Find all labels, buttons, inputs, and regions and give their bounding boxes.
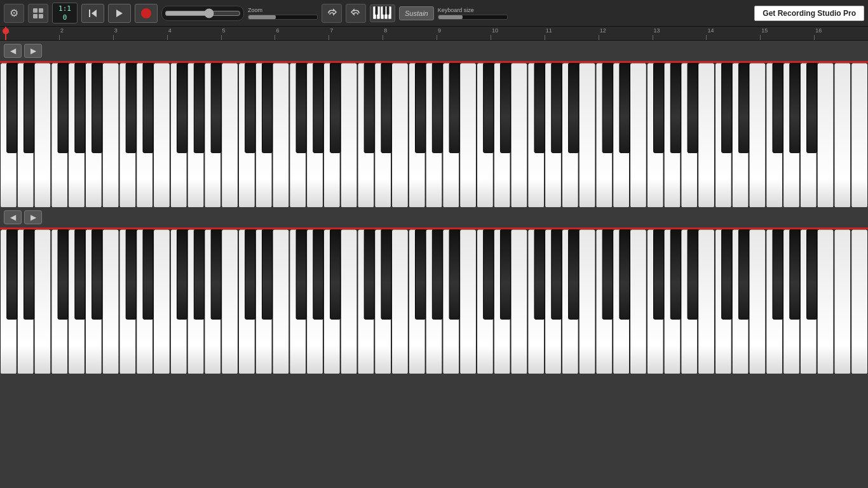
white-key-23[interactable] <box>392 229 409 374</box>
white-key-44[interactable] <box>749 229 766 374</box>
white-key-49[interactable] <box>834 63 851 207</box>
white-key-34[interactable] <box>579 229 595 374</box>
black-key-1-1[interactable] <box>143 63 153 152</box>
keyboard-size-bar[interactable] <box>438 15 508 20</box>
black-key-5-2[interactable] <box>654 63 664 152</box>
white-key-30[interactable] <box>511 63 527 207</box>
white-key-34[interactable] <box>579 63 595 207</box>
white-key-30[interactable] <box>511 229 527 374</box>
white-key-37[interactable] <box>630 63 647 207</box>
white-key-23[interactable] <box>392 63 409 207</box>
black-key-2-2[interactable] <box>296 229 306 319</box>
black-key-3-1[interactable] <box>381 229 391 319</box>
black-key-2-3[interactable] <box>313 63 323 152</box>
black-key-0-0[interactable] <box>7 63 17 152</box>
black-key-1-4[interactable] <box>211 63 221 152</box>
grid-view-button[interactable] <box>28 4 48 23</box>
black-key-0-2[interactable] <box>58 229 68 319</box>
white-key-13[interactable] <box>222 229 238 374</box>
white-key-50[interactable] <box>851 229 868 374</box>
black-key-0-4[interactable] <box>92 63 102 152</box>
black-key-2-0[interactable] <box>245 63 255 152</box>
piano-svg[interactable] <box>0 63 868 207</box>
white-key-41[interactable] <box>698 63 715 207</box>
white-key-16[interactable] <box>273 229 289 374</box>
black-key-5-0[interactable] <box>602 63 613 152</box>
black-key-6-1[interactable] <box>738 229 749 319</box>
piano-icon-button[interactable] <box>370 4 395 22</box>
black-key-2-2[interactable] <box>296 63 306 152</box>
black-key-5-1[interactable] <box>620 63 630 152</box>
black-key-4-4[interactable] <box>569 229 579 319</box>
black-key-6-3[interactable] <box>790 229 800 319</box>
black-key-6-0[interactable] <box>722 63 732 152</box>
white-key-2[interactable] <box>34 229 51 374</box>
black-key-3-3[interactable] <box>432 63 442 152</box>
black-key-4-1[interactable] <box>500 63 510 152</box>
get-pro-button[interactable]: Get Recording Studio Pro <box>754 6 864 21</box>
black-key-2-1[interactable] <box>262 63 272 152</box>
black-key-1-0[interactable] <box>126 229 136 319</box>
black-key-2-4[interactable] <box>330 63 341 152</box>
black-key-0-3[interactable] <box>75 63 85 152</box>
black-key-5-4[interactable] <box>688 63 698 152</box>
black-key-4-2[interactable] <box>534 63 545 152</box>
black-key-1-3[interactable] <box>194 63 204 152</box>
keyboard-1-right-button[interactable]: ▶ <box>24 44 42 58</box>
piano-keyboard-2[interactable] <box>0 227 868 374</box>
keyboard-1-left-button[interactable]: ◀ <box>4 44 22 58</box>
black-key-0-1[interactable] <box>24 229 34 319</box>
black-key-4-2[interactable] <box>534 229 545 319</box>
black-key-6-1[interactable] <box>738 63 749 152</box>
black-key-0-4[interactable] <box>92 229 102 319</box>
white-key-20[interactable] <box>341 229 357 374</box>
black-key-3-2[interactable] <box>416 63 426 152</box>
black-key-1-1[interactable] <box>143 229 153 319</box>
black-key-1-4[interactable] <box>211 229 221 319</box>
black-key-3-4[interactable] <box>449 229 459 319</box>
black-key-1-2[interactable] <box>177 63 187 152</box>
piano-keyboard-1[interactable] <box>0 61 868 207</box>
black-key-5-4[interactable] <box>688 229 698 319</box>
white-key-48[interactable] <box>817 229 834 374</box>
black-key-0-2[interactable] <box>58 63 68 152</box>
black-key-0-3[interactable] <box>75 229 85 319</box>
skip-back-button[interactable] <box>81 4 104 23</box>
black-key-4-0[interactable] <box>484 63 494 152</box>
play-button[interactable] <box>108 4 131 23</box>
black-key-3-2[interactable] <box>416 229 426 319</box>
white-key-16[interactable] <box>273 63 289 207</box>
black-key-1-2[interactable] <box>177 229 187 319</box>
white-key-27[interactable] <box>460 229 477 374</box>
white-key-6[interactable] <box>102 63 119 207</box>
white-key-41[interactable] <box>698 229 715 374</box>
redo-button[interactable] <box>346 4 366 23</box>
black-key-6-0[interactable] <box>722 229 732 319</box>
black-key-3-0[interactable] <box>364 63 374 152</box>
black-key-3-1[interactable] <box>381 63 391 152</box>
white-key-9[interactable] <box>154 229 170 374</box>
black-key-6-4[interactable] <box>807 63 817 152</box>
black-key-4-0[interactable] <box>484 229 494 319</box>
white-key-20[interactable] <box>341 63 357 207</box>
volume-slider[interactable] <box>165 8 241 18</box>
white-key-37[interactable] <box>630 229 647 374</box>
black-key-1-0[interactable] <box>126 63 136 152</box>
black-key-4-3[interactable] <box>552 63 562 152</box>
black-key-3-0[interactable] <box>364 229 374 319</box>
white-key-27[interactable] <box>460 63 477 207</box>
black-key-0-1[interactable] <box>24 63 34 152</box>
black-key-6-2[interactable] <box>773 229 783 319</box>
white-key-2[interactable] <box>34 63 51 207</box>
black-key-3-4[interactable] <box>449 63 459 152</box>
white-key-6[interactable] <box>102 229 119 374</box>
white-key-13[interactable] <box>222 63 238 207</box>
black-key-2-3[interactable] <box>313 229 323 319</box>
record-button[interactable] <box>135 4 158 23</box>
keyboard-2-right-button[interactable]: ▶ <box>24 210 42 224</box>
black-key-5-1[interactable] <box>620 229 630 319</box>
black-key-3-3[interactable] <box>432 229 442 319</box>
black-key-2-4[interactable] <box>330 229 341 319</box>
black-key-6-2[interactable] <box>773 63 783 152</box>
black-key-2-1[interactable] <box>262 229 272 319</box>
